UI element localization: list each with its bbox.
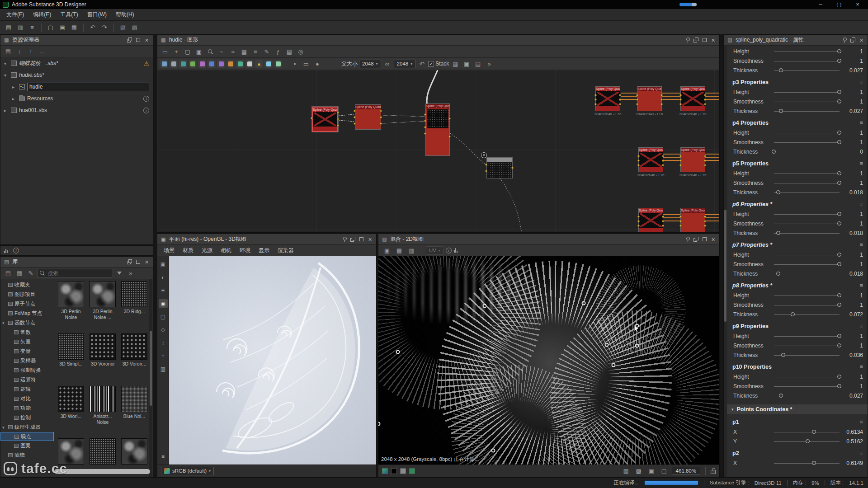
control-point[interactable] [396,350,400,354]
slider-knob[interactable] [776,231,780,235]
slider-knob[interactable] [806,439,810,443]
parent-height-select[interactable]: 2048▾ [394,60,416,68]
search-input[interactable] [47,270,110,277]
zoom-value[interactable]: 461.80% [672,467,700,475]
library-category[interactable]: FxMap 节点 [0,309,54,318]
library-item[interactable]: Blue Noi... [119,386,150,436]
grid-view-icon[interactable]: ▦ [14,268,24,278]
select-tool-icon[interactable]: ▭ [160,47,170,56]
property-slider[interactable] [774,374,840,380]
fit-icon[interactable]: ▩ [634,466,644,476]
close-icon[interactable]: × [144,37,150,43]
preview-swatch[interactable] [409,468,415,474]
property-slider[interactable] [774,312,840,317]
node-pin[interactable] [679,164,682,166]
property-slider[interactable] [774,99,840,104]
library-category[interactable]: 功能 [0,404,54,413]
node-pin[interactable] [637,155,640,157]
stack-view-icon[interactable]: ▦ [450,59,460,69]
transform-icon[interactable]: ↕ [159,338,168,347]
library-item[interactable]: Anisotr... Noise [87,386,118,436]
control-point[interactable] [491,449,495,453]
menu-item-3[interactable]: 窗口(W) [83,9,111,20]
pin-icon[interactable] [684,37,690,43]
node-pin[interactable] [354,116,356,118]
tree-item[interactable]: ▾hudie.sbs* [0,69,153,81]
node-pin[interactable] [511,167,514,169]
library-category[interactable]: 变量 [0,347,54,356]
menu-item-1[interactable]: 编辑(E) [28,9,56,20]
node-pin[interactable] [637,216,640,218]
slider-knob[interactable] [776,190,780,194]
property-slider[interactable] [774,89,840,95]
slider-knob[interactable] [837,375,841,379]
node-pin[interactable] [485,170,487,172]
slider-knob[interactable] [837,253,841,257]
center-icon[interactable]: ▢ [659,466,669,476]
info-icon[interactable]: i [143,96,149,102]
library-category[interactable]: 图案 [0,441,54,450]
slider-knob[interactable] [837,221,841,225]
property-slider[interactable] [774,230,840,236]
close-icon[interactable]: × [367,236,373,242]
property-slider[interactable] [774,352,840,358]
node-pin[interactable] [424,126,426,128]
display-icon[interactable]: ▣ [159,260,168,269]
property-slider[interactable] [774,180,840,186]
property-slider[interactable] [774,221,840,226]
geometry-icon[interactable]: ▢ [159,312,168,321]
node-pin[interactable] [704,225,706,227]
node-pin[interactable] [424,120,426,122]
open-package-icon[interactable]: ▥ [15,23,25,33]
node-pin[interactable] [354,110,356,112]
slider-knob[interactable] [837,212,841,216]
gradient-swatch[interactable] [382,468,388,474]
property-slider[interactable] [774,302,840,308]
node-create-icon-0[interactable] [160,60,168,68]
graph-node-spline[interactable]: Spline (Poly Quadratic)2048x2048 - L16 [638,208,663,232]
node-create-icon-7[interactable] [226,60,235,68]
pin-icon[interactable] [684,236,690,242]
maximize-icon[interactable] [702,236,708,242]
slider-knob[interactable] [791,312,795,316]
slider-knob[interactable] [837,303,841,307]
node-create-icon-4[interactable] [198,60,206,68]
annotate-icon[interactable]: ✎ [262,47,272,56]
slider-knob[interactable] [837,59,841,63]
node-pin[interactable] [485,164,487,166]
tree-item[interactable]: ▸hua001.sbsi [0,104,153,116]
node-pin[interactable] [311,117,313,119]
library-category[interactable]: 原子节点 [0,299,54,309]
property-slider[interactable] [774,460,840,466]
environment-icon[interactable]: ◇ [159,325,168,334]
property-slider[interactable] [774,293,840,298]
library-category[interactable]: 逻辑 [0,385,54,394]
expose-icon[interactable]: ▤ [473,59,483,69]
actual-size-icon[interactable]: ▣ [646,466,656,476]
float-icon[interactable] [127,259,132,265]
node-pin[interactable] [424,113,426,116]
node-pin[interactable] [619,103,621,105]
overflow-icon[interactable]: » [126,268,136,278]
section-menu-icon[interactable]: ≡ [859,418,863,425]
levels-icon[interactable] [4,249,9,253]
import-icon[interactable]: ↓ [14,47,24,56]
camera-icon[interactable]: ◉ [159,299,168,308]
info-icon[interactable]: i [143,108,149,113]
node-pin[interactable] [660,103,663,105]
section-menu-icon[interactable]: ≡ [859,363,863,370]
property-slider[interactable] [774,130,840,136]
node-create-icon-3[interactable] [189,60,197,68]
export-image-icon[interactable]: ▣ [382,245,392,255]
save-all-icon[interactable]: ▦ [69,23,79,33]
tree-item-rename-input[interactable] [27,83,149,91]
slider-knob[interactable] [779,109,783,113]
library-category[interactable]: 图形项目 [0,290,54,299]
property-slider[interactable] [774,271,840,277]
node-create-icon-8[interactable] [236,60,244,68]
node-pin[interactable] [704,155,706,157]
node-create-icon-10[interactable]: ▲ [255,60,263,68]
view3d-canvas[interactable] [169,256,376,465]
link-mode-curve-icon[interactable]: ~ [217,47,226,56]
more-icon[interactable]: … [37,47,47,56]
